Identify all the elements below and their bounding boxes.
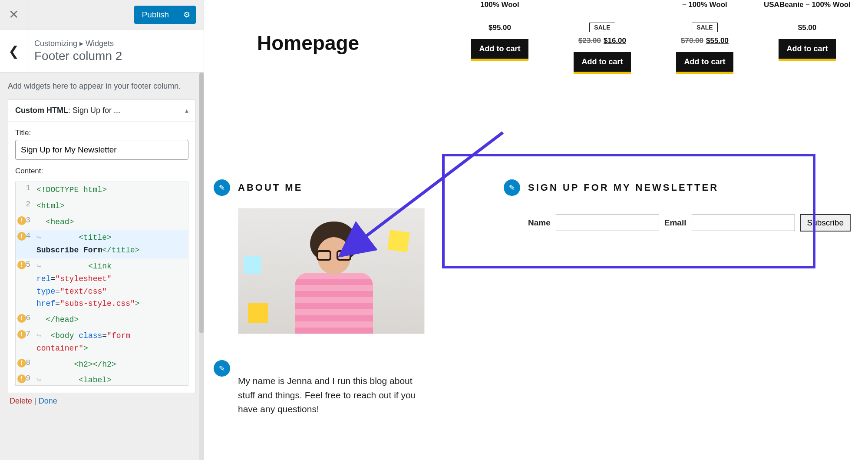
section-title: Footer column 2 bbox=[34, 49, 122, 63]
pencil-icon: ✎ bbox=[509, 183, 515, 192]
chevron-left-icon: ❮ bbox=[8, 43, 19, 59]
name-input[interactable] bbox=[556, 215, 659, 231]
email-label: Email bbox=[664, 218, 686, 228]
close-icon: ✕ bbox=[9, 7, 19, 22]
footer-col-about: ✎ ABOUT ME ✎ My name is Jenna and I run … bbox=[204, 161, 494, 434]
product-price: $70.00$55.00 bbox=[661, 36, 748, 45]
add-to-cart-button[interactable]: Add to cart bbox=[676, 52, 733, 72]
product-name: 100% Wool bbox=[456, 0, 543, 19]
product-name bbox=[559, 0, 646, 19]
product-price: $5.00 bbox=[764, 23, 851, 32]
footer-area: ✎ ABOUT ME ✎ My name is Jenna and I run … bbox=[204, 161, 868, 434]
subscribe-button[interactable]: Subscribe bbox=[800, 214, 851, 232]
product-card: 100% Wool$95.00Add to cart bbox=[456, 0, 543, 72]
page-title: Homepage bbox=[257, 31, 359, 55]
product-card: SALE$23.00$16.00Add to cart bbox=[559, 0, 646, 72]
chevron-up-icon: ▴ bbox=[185, 106, 188, 115]
customizer-topbar: ✕ Publish ⚙ bbox=[0, 0, 204, 29]
about-heading: ABOUT ME bbox=[238, 182, 476, 193]
product-card: – 100% WoolSALE$70.00$55.00Add to cart bbox=[661, 0, 748, 72]
widget-type: Custom HTML bbox=[15, 106, 68, 115]
add-to-cart-button[interactable]: Add to cart bbox=[779, 39, 835, 59]
widget-custom-html: Custom HTML: Sign Up for ... ▴ Title: Co… bbox=[8, 99, 196, 393]
widget-name-suffix: : Sign Up for ... bbox=[68, 106, 120, 115]
footer-col-signup: ✎ SIGN UP FOR MY NEWSLETTER Name Email S… bbox=[494, 161, 868, 434]
content-label: Content: bbox=[15, 167, 188, 175]
edit-widget-button[interactable]: ✎ bbox=[214, 179, 230, 196]
customizer-sidebar: ✕ Publish ⚙ ❮ Customizing ▸ Widgets Foot… bbox=[0, 0, 204, 460]
edit-widget-button[interactable]: ✎ bbox=[504, 179, 520, 196]
product-price: $23.00$16.00 bbox=[559, 36, 646, 45]
product-price: $95.00 bbox=[456, 23, 543, 32]
add-to-cart-button[interactable]: Add to cart bbox=[471, 39, 528, 59]
name-label: Name bbox=[528, 218, 551, 228]
publish-settings-button[interactable]: ⚙ bbox=[177, 6, 196, 24]
close-customizer-button[interactable]: ✕ bbox=[0, 0, 27, 29]
product-card: USABeanie – 100% Wool$5.00Add to cart bbox=[764, 0, 851, 72]
title-label: Title: bbox=[15, 129, 188, 137]
publish-group: Publish ⚙ bbox=[134, 6, 196, 24]
product-grid: 100% Wool$95.00Add to cartSALE$23.00$16.… bbox=[456, 0, 851, 72]
pencil-icon: ✎ bbox=[219, 364, 225, 373]
edit-widget-button[interactable]: ✎ bbox=[214, 360, 230, 377]
delete-widget-link[interactable]: Delete bbox=[10, 397, 32, 405]
subscribe-form: Name Email Subscribe bbox=[528, 214, 851, 232]
about-body: My name is Jenna and I run this blog abo… bbox=[238, 374, 429, 417]
customizer-breadcrumb-row: ❮ Customizing ▸ Widgets Footer column 2 bbox=[0, 29, 204, 73]
publish-button[interactable]: Publish bbox=[134, 6, 177, 24]
product-name: USABeanie – 100% Wool bbox=[764, 0, 851, 19]
breadcrumb: Customizing ▸ Widgets bbox=[34, 39, 122, 48]
add-to-cart-button[interactable]: Add to cart bbox=[574, 52, 630, 72]
widget-header[interactable]: Custom HTML: Sign Up for ... ▴ bbox=[8, 100, 195, 122]
sale-badge: SALE bbox=[692, 23, 717, 32]
sidebar-scrollbar[interactable] bbox=[199, 73, 204, 460]
about-image bbox=[238, 208, 425, 334]
signup-heading: SIGN UP FOR MY NEWSLETTER bbox=[528, 182, 851, 193]
site-preview: Homepage 100% Wool$95.00Add to cartSALE$… bbox=[204, 0, 868, 460]
pencil-icon: ✎ bbox=[219, 183, 225, 192]
done-widget-link[interactable]: Done bbox=[39, 397, 57, 405]
sale-badge: SALE bbox=[589, 23, 615, 32]
html-code-editor[interactable]: 1<!DOCTYPE html>2<html>3! <head>4!↪ <tit… bbox=[15, 182, 188, 386]
product-name: – 100% Wool bbox=[661, 0, 748, 19]
gear-icon: ⚙ bbox=[183, 10, 190, 20]
section-description: Add widgets here to appear in your foote… bbox=[8, 80, 196, 92]
back-button[interactable]: ❮ bbox=[0, 30, 27, 72]
email-input[interactable] bbox=[692, 215, 795, 231]
widget-actions: Delete | Done bbox=[8, 393, 196, 407]
widget-title-input[interactable] bbox=[15, 140, 188, 160]
